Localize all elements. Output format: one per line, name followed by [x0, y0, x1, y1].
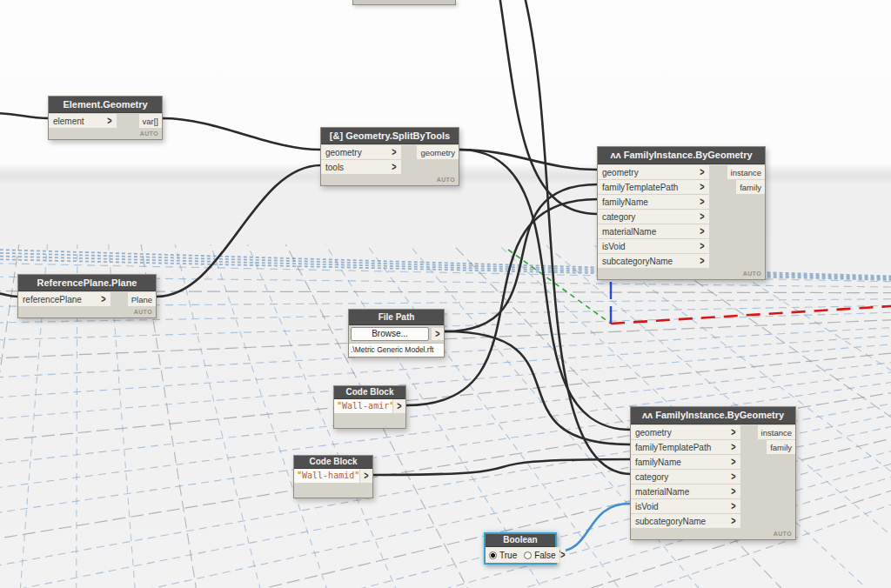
port-chevron-icon — [101, 294, 105, 305]
node-title[interactable]: Code Block — [334, 386, 405, 399]
axis-x-red — [611, 305, 891, 324]
node-code-block-amir[interactable]: Code Block "Wall-amir"; — [333, 385, 406, 429]
port-chevron-icon — [731, 427, 735, 438]
port-isvoid-input[interactable]: isVoid — [631, 499, 740, 513]
node-title[interactable]: Element.Geometry — [49, 97, 162, 113]
port-familytemplatepath-input[interactable]: familyTemplatePath — [631, 440, 740, 454]
wire[interactable] — [459, 150, 598, 170]
port-chevron-icon — [731, 442, 735, 453]
port-subcategoryname-input[interactable]: subcategoryName — [631, 514, 740, 528]
port-chevron-icon — [700, 226, 704, 237]
file-path-value: .\Metric Generic Model.rft — [349, 343, 444, 357]
port-filepath-output[interactable] — [432, 328, 444, 340]
port-element-input[interactable]: element — [49, 114, 117, 128]
port-chevron-icon — [731, 457, 735, 468]
wire-selected[interactable] — [557, 504, 630, 551]
node-referenceplane-plane[interactable]: ReferencePlane.Plane referencePlane Plan… — [17, 274, 157, 318]
node-familyinstance-bygeometry-top[interactable]: ʌʌ FamilyInstance.ByGeometry geometry fa… — [597, 146, 766, 280]
port-instance-output[interactable]: instance — [727, 165, 765, 179]
port-chevron-icon — [700, 256, 704, 267]
port-materialname-input[interactable]: materialName — [598, 224, 709, 238]
port-chevron-icon — [560, 550, 565, 561]
wire[interactable] — [445, 184, 598, 331]
code-block-text[interactable]: "Wall-hamid"; — [294, 469, 359, 483]
port-instance-output[interactable]: instance — [758, 425, 795, 439]
lacing-label[interactable]: AUTO — [321, 174, 459, 185]
lacing-label[interactable]: AUTO — [598, 268, 765, 279]
port-chevron-icon — [392, 162, 396, 173]
node-code-block-hamid[interactable]: Code Block "Wall-hamid"; — [293, 455, 373, 498]
node-boolean[interactable]: Boolean True False — [484, 532, 557, 565]
wire[interactable] — [406, 199, 598, 405]
node-title[interactable]: ʌʌ FamilyInstance.ByGeometry — [631, 407, 795, 424]
dynamo-canvas[interactable]: { "canvas": {"width": 1024, "height": 67… — [0, 0, 891, 588]
lacing-label[interactable]: AUTO — [18, 306, 156, 317]
port-family-output[interactable]: family — [767, 440, 795, 454]
code-block-spacer — [334, 413, 405, 428]
wire[interactable] — [0, 113, 49, 118]
port-familyname-input[interactable]: familyName — [631, 455, 740, 469]
port-chevron-icon — [700, 241, 704, 252]
grid-line — [78, 0, 647, 588]
port-chevron-icon — [107, 116, 111, 127]
node-geometry-splitbytools[interactable]: [&] Geometry.SplitByTools geometry tools… — [320, 127, 459, 186]
port-chevron-icon — [731, 501, 735, 512]
wire[interactable] — [0, 293, 18, 297]
port-materialname-input[interactable]: materialName — [631, 484, 740, 498]
browse-button[interactable]: Browse... — [351, 327, 429, 341]
offscreen-node-edge[interactable] — [352, 0, 456, 5]
port-chevron-icon — [731, 516, 735, 527]
node-file-path[interactable]: File Path Browse... .\Metric Generic Mod… — [348, 309, 445, 357]
radio-unselected-icon — [524, 551, 532, 559]
port-geometry-input[interactable]: geometry — [598, 165, 709, 179]
port-tools-input[interactable]: tools — [321, 160, 401, 174]
wire[interactable] — [163, 118, 321, 150]
node-title[interactable]: Code Block — [294, 456, 372, 469]
node-title[interactable]: ReferencePlane.Plane — [18, 275, 156, 291]
port-var-output[interactable]: var[] — [139, 114, 162, 128]
wire[interactable] — [499, 0, 598, 214]
node-title[interactable]: ʌʌ FamilyInstance.ByGeometry — [598, 147, 765, 164]
port-geometry-output[interactable]: geometry — [417, 145, 459, 159]
radio-false[interactable]: False — [524, 551, 555, 560]
port-subcategoryname-input[interactable]: subcategoryName — [598, 254, 709, 268]
port-referenceplane-input[interactable]: referencePlane — [18, 292, 111, 306]
radio-selected-icon — [489, 551, 497, 559]
port-geometry-input[interactable]: geometry — [321, 145, 401, 159]
radio-true[interactable]: True — [489, 551, 517, 560]
code-block-text[interactable]: "Wall-amir"; — [334, 399, 392, 413]
port-geometry-input[interactable]: geometry — [631, 425, 740, 439]
port-isvoid-input[interactable]: isVoid — [598, 239, 709, 253]
port-family-output[interactable]: family — [736, 180, 765, 194]
axis-y-green — [508, 250, 611, 324]
code-block-spacer — [294, 483, 372, 498]
port-familytemplatepath-input[interactable]: familyTemplatePath — [598, 180, 709, 194]
node-title[interactable]: [&] Geometry.SplitByTools — [321, 128, 459, 144]
port-codeblock-output[interactable] — [360, 469, 372, 483]
wire[interactable] — [157, 165, 321, 297]
port-chevron-icon — [731, 486, 735, 498]
port-chevron-icon — [700, 182, 704, 193]
port-chevron-icon — [700, 211, 704, 223]
port-chevron-icon — [392, 147, 396, 158]
lacing-label[interactable]: AUTO — [49, 128, 162, 139]
port-codeblock-output[interactable] — [393, 399, 405, 413]
node-title[interactable]: File Path — [349, 310, 444, 325]
node-familyinstance-bygeometry-bottom[interactable]: ʌʌ FamilyInstance.ByGeometry geometry fa… — [630, 406, 796, 540]
port-plane-output[interactable]: Plane — [128, 292, 156, 306]
port-category-input[interactable]: category — [598, 210, 709, 224]
wire[interactable] — [445, 331, 631, 444]
node-element-geometry[interactable]: Element.Geometry element var[] AUTO — [48, 96, 163, 140]
port-category-input[interactable]: category — [631, 470, 740, 484]
port-boolean-output[interactable] — [560, 547, 566, 563]
port-chevron-icon — [364, 471, 368, 482]
port-familyname-input[interactable]: familyName — [598, 195, 709, 209]
port-chevron-icon — [731, 471, 735, 483]
port-chevron-icon — [700, 197, 704, 208]
lacing-label[interactable]: AUTO — [631, 528, 795, 539]
wire[interactable] — [373, 459, 631, 475]
port-chevron-icon — [435, 329, 439, 340]
port-chevron-icon — [397, 401, 401, 412]
port-chevron-icon — [700, 167, 704, 178]
node-title[interactable]: Boolean — [486, 534, 555, 547]
